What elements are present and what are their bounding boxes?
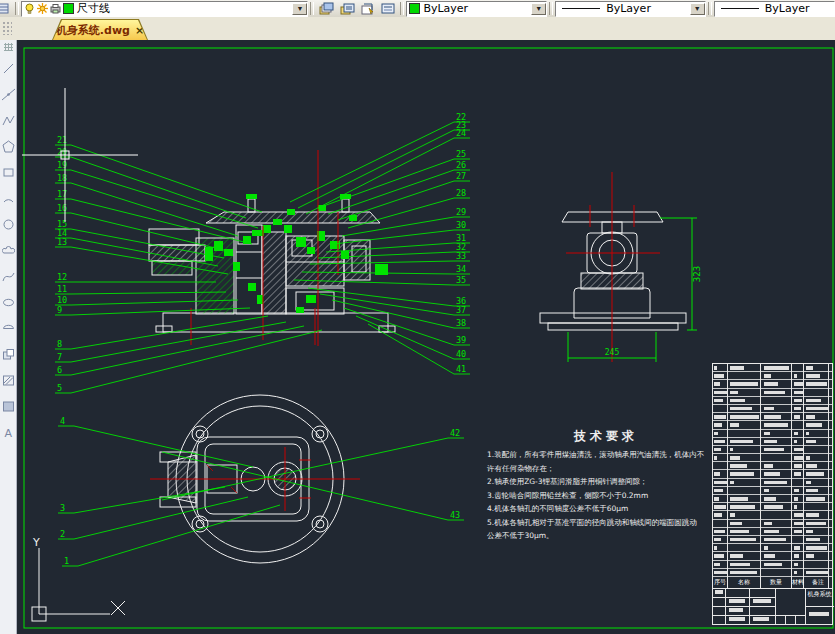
leader-line: [306, 138, 454, 214]
part-label: 16: [57, 203, 67, 213]
part-label: 12: [57, 272, 67, 282]
tech-requirement-line: 4.机体各轴孔的不同轴度公差不低于60μm: [487, 502, 725, 516]
construction-line-icon[interactable]: [1, 81, 16, 107]
tech-requirement-line: 公差不低于30μm。: [487, 529, 725, 543]
make-layer-current-button[interactable]: [357, 1, 378, 16]
layers-properties-toolbar: 尺寸线 ▼ ByLayer ▼ ByLayer ▼ ByLayer: [0, 0, 835, 18]
part-label: 9: [57, 305, 62, 315]
part-label: 8: [57, 339, 62, 349]
color-combo-dropdown[interactable]: ▼: [531, 3, 546, 15]
toolbar-separator: [310, 2, 314, 15]
parts-table-row: [713, 528, 832, 536]
layer-states-button[interactable]: [337, 1, 358, 16]
parts-table-row: [713, 438, 832, 446]
gradient-icon[interactable]: [1, 393, 16, 419]
part-label: 17: [57, 189, 67, 199]
leader-line: [344, 308, 454, 345]
part-label: 33: [456, 251, 466, 261]
part-label: 7: [57, 352, 62, 362]
part-label: 18: [57, 173, 67, 183]
part-label: 27: [456, 171, 466, 181]
parts-table-row: [713, 495, 832, 503]
leader-line: [320, 294, 454, 315]
parts-table-header-cell: 材料: [792, 578, 804, 587]
part-label: 39: [456, 335, 466, 345]
tabbar-grip[interactable]: [2, 21, 12, 35]
part-label: 30: [456, 220, 466, 230]
text-icon[interactable]: A: [1, 419, 16, 445]
ucs-icon: Y: [32, 536, 125, 621]
leader-line: [334, 230, 454, 244]
ellipse-icon[interactable]: [1, 289, 16, 315]
drawing-tab-title: 机身系统.dwg: [56, 23, 130, 38]
ellipse-arc-icon[interactable]: [1, 315, 16, 341]
part-label: 29: [456, 207, 466, 217]
parts-table-row: [713, 413, 832, 421]
tech-requirement-line: 2.轴承使用ZG-3锂基润滑脂并用铜针调整间隙；: [487, 475, 725, 489]
circle-icon[interactable]: [1, 211, 16, 237]
tab-close-icon[interactable]: ×: [135, 24, 144, 37]
spline-icon[interactable]: [1, 263, 16, 289]
leader-line: [356, 316, 454, 359]
part-label: 19: [57, 160, 67, 170]
polyline-icon[interactable]: [1, 107, 16, 133]
linetype-sample: [562, 8, 600, 9]
parts-table-row: [713, 462, 832, 470]
part-label: 13: [57, 237, 67, 247]
linetype-combo[interactable]: ByLayer ▼: [555, 1, 706, 17]
layer-freeze-sun-icon[interactable]: [37, 3, 48, 14]
part-label: 3: [60, 503, 65, 513]
current-layer-name: 尺寸线: [77, 1, 110, 16]
part-label: 24: [456, 128, 466, 138]
hatch-icon[interactable]: [1, 367, 16, 393]
polygon-icon[interactable]: [1, 133, 16, 159]
leader-line: [328, 170, 454, 214]
layer-color-swatch[interactable]: [63, 3, 74, 14]
line-icon[interactable]: [1, 55, 16, 81]
lineweight-combo[interactable]: ByLayer: [714, 1, 835, 17]
layer-combo-dropdown[interactable]: ▼: [292, 3, 307, 15]
arc-icon[interactable]: [1, 185, 16, 211]
revision-cloud-icon[interactable]: [1, 237, 16, 263]
bottom-view: [150, 395, 360, 563]
parts-table-row: [713, 389, 832, 397]
cad-application-window: { "toolbar": { "layer_name": "尺寸线", "col…: [0, 0, 835, 634]
toolbar-grip[interactable]: [4, 43, 13, 51]
parts-table-row: [713, 520, 832, 528]
layer-previous-button[interactable]: [316, 1, 337, 16]
leader-line: [71, 183, 238, 236]
part-label: 35: [456, 275, 466, 285]
rectangle-icon[interactable]: [1, 159, 16, 185]
layer-combo[interactable]: 尺寸线 ▼: [21, 1, 308, 17]
parts-table-row: [713, 454, 832, 462]
crosshair-cursor: [22, 88, 138, 222]
parts-table-row: [713, 487, 832, 495]
layer-update-button[interactable]: [378, 1, 399, 16]
layer-plot-printer-icon[interactable]: [50, 3, 61, 14]
drawing-canvas[interactable]: 323 245: [17, 40, 835, 634]
tech-requirement-line: 3.齿轮啮合间隙用铅丝检查，侧隙不小于0.2mm: [487, 489, 725, 503]
parts-table-row: [713, 372, 832, 380]
parts-table-row: [713, 503, 832, 511]
parts-table-row: [713, 561, 832, 569]
drawing-tab[interactable]: 机身系统.dwg ×: [52, 19, 148, 40]
leader-line: [74, 497, 248, 539]
leader-line: [78, 505, 280, 566]
color-combo[interactable]: ByLayer ▼: [406, 1, 547, 17]
ucs-x-marker: [111, 601, 125, 615]
parts-table-row: [713, 446, 832, 454]
part-label: 37: [456, 305, 466, 315]
parts-table-row: [713, 364, 832, 372]
part-label: 6: [57, 365, 62, 375]
part-label: 42: [450, 428, 460, 438]
insert-block-icon[interactable]: [1, 341, 16, 367]
linetype-combo-dropdown[interactable]: ▼: [690, 3, 705, 15]
tech-requirements-title: 技术要求: [487, 428, 725, 445]
leader-line: [71, 170, 258, 228]
leader-line: [71, 322, 286, 362]
part-label: 41: [456, 364, 466, 374]
layer-on-bulb-icon[interactable]: [24, 3, 35, 14]
parts-table-row: [713, 569, 832, 577]
lineweight-sample: [721, 8, 759, 9]
layer-manager-icon[interactable]: [0, 3, 11, 14]
